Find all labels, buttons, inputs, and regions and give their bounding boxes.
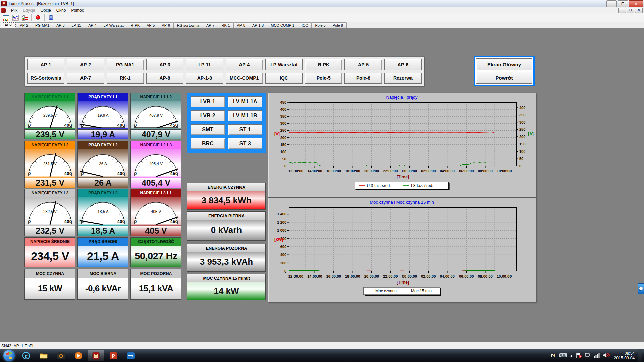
tab-mcc-comp-1[interactable]: MCC-COMP 1 bbox=[267, 22, 298, 28]
tab-pole-8[interactable]: Pole 8 bbox=[329, 22, 347, 28]
corner-button-ekran-główny[interactable]: Ekran Główny bbox=[476, 58, 532, 70]
lumel-proces-icon[interactable] bbox=[88, 350, 104, 361]
svg-text:1 400: 1 400 bbox=[277, 212, 286, 216]
nav-button-ap-8[interactable]: AP-8 bbox=[146, 73, 183, 84]
gauge-body: 231,5 V 0 400 bbox=[25, 149, 75, 178]
taskbar-apps: eOP bbox=[17, 350, 140, 361]
svg-text:[V]: [V] bbox=[274, 132, 280, 136]
tab-r-pk[interactable]: R-PK bbox=[127, 22, 143, 28]
svg-text:0: 0 bbox=[284, 164, 286, 168]
tab-ap-1-8[interactable]: AP-1-8 bbox=[249, 22, 267, 28]
tab-pg-ma1[interactable]: PG-MA1 bbox=[32, 22, 53, 28]
volume-muted-icon[interactable] bbox=[603, 353, 610, 359]
nav-button-pole-8[interactable]: Pole-8 bbox=[344, 73, 382, 84]
nav-button-ap-6[interactable]: AP-6 bbox=[384, 59, 422, 70]
outlook-icon[interactable]: O bbox=[53, 350, 69, 361]
menu-plik[interactable]: Plik bbox=[8, 8, 20, 13]
tab-iqc[interactable]: IQC bbox=[298, 22, 312, 28]
synoptic-screen-icon[interactable] bbox=[47, 14, 55, 21]
maximize-button[interactable]: ❐ bbox=[618, 0, 628, 7]
nav-button-lp-11[interactable]: LP-11 bbox=[186, 59, 223, 70]
mdi-close-button[interactable]: ✕ bbox=[635, 8, 643, 13]
nav-button-pole-5[interactable]: Pole-5 bbox=[305, 73, 342, 84]
selector-button-lv-m1-1a[interactable]: LV-M1-1A bbox=[228, 96, 263, 107]
minimize-button[interactable]: — bbox=[606, 0, 617, 7]
svg-text:12:00:00: 12:00:00 bbox=[288, 169, 303, 173]
nav-button-ap-7[interactable]: AP-7 bbox=[67, 73, 104, 84]
tab-pole-5[interactable]: Pole 5 bbox=[311, 22, 329, 28]
tab-lp-warsztat[interactable]: LP-Warsztat bbox=[100, 22, 127, 28]
svg-text:0: 0 bbox=[28, 219, 31, 224]
nav-button-pg-ma1[interactable]: PG-MA1 bbox=[107, 59, 144, 70]
menu-opcje[interactable]: Opcje bbox=[38, 8, 53, 13]
nav-button-ap-1[interactable]: AP-1 bbox=[27, 59, 64, 70]
tab-ap-3[interactable]: AP-3 bbox=[53, 22, 68, 28]
selector-button-lvb-2[interactable]: LVB-2 bbox=[191, 110, 225, 121]
tab-ap-4[interactable]: AP-4 bbox=[85, 22, 100, 28]
explorer-folder-icon[interactable] bbox=[35, 350, 52, 361]
nav-button-ap-4[interactable]: AP-4 bbox=[226, 59, 263, 70]
menu-okno[interactable]: Okno bbox=[54, 8, 69, 13]
tab-ap-7[interactable]: AP-7 bbox=[203, 22, 218, 28]
show-desktop-button[interactable] bbox=[638, 349, 642, 362]
gauge-dial: 231,5 V 0 400 bbox=[25, 149, 75, 178]
nav-button-ap-5[interactable]: AP-5 bbox=[344, 59, 382, 70]
trend-chart-icon[interactable] bbox=[11, 14, 19, 21]
tab-ap-6[interactable]: AP-6 bbox=[158, 22, 173, 28]
docked-chat-icon[interactable]: 💬 bbox=[638, 283, 644, 294]
menu-pomoc[interactable]: Pomoc bbox=[68, 8, 86, 13]
title-bar: Lumel Proces - [Rozdzielnia_LVB_1] — ❐ ✕ bbox=[0, 0, 644, 8]
tray-expand-arrow-icon[interactable]: ▲ bbox=[570, 354, 573, 357]
svg-text:400: 400 bbox=[117, 171, 125, 176]
svg-text:20:00:00: 20:00:00 bbox=[364, 274, 379, 278]
selector-button-smt[interactable]: SMT bbox=[191, 124, 225, 135]
nav-button-iqc[interactable]: IQC bbox=[265, 73, 303, 84]
nav-button-rezerwa[interactable]: Rezerwa bbox=[384, 73, 422, 84]
mdi-restore-button[interactable]: ❐ bbox=[627, 8, 634, 13]
nav-button-rk-1[interactable]: RK-1 bbox=[107, 73, 144, 84]
nav-button-ap-1-8[interactable]: AP-1-8 bbox=[186, 73, 223, 84]
tab-ap-2[interactable]: AP-2 bbox=[16, 22, 32, 28]
nav-button-r-pk[interactable]: R-PK bbox=[305, 59, 342, 70]
selector-button-brc[interactable]: BRC bbox=[191, 138, 225, 149]
media-player-icon[interactable] bbox=[70, 350, 87, 361]
mdi-minimize-button[interactable]: — bbox=[618, 8, 626, 13]
tab-ap-1[interactable]: AP-1 bbox=[1, 22, 16, 28]
tab-ap-8[interactable]: AP-8 bbox=[233, 22, 249, 28]
tab-lp-11[interactable]: LP-11 bbox=[68, 22, 85, 28]
selector-button-lv-m1-1b[interactable]: LV-M1-1B bbox=[228, 110, 263, 121]
meter-panel-icon[interactable] bbox=[21, 14, 29, 21]
svg-text:0: 0 bbox=[284, 269, 286, 273]
tab-rs-sortownia[interactable]: RS-sortownia bbox=[173, 22, 203, 28]
alarm-bulb-icon[interactable] bbox=[34, 14, 42, 21]
svg-text:[Time]: [Time] bbox=[397, 280, 409, 285]
ie-browser-icon[interactable]: e bbox=[18, 350, 35, 361]
nav-button-ap-2[interactable]: AP-2 bbox=[67, 59, 104, 70]
close-button[interactable]: ✕ bbox=[629, 0, 643, 7]
nav-button-mcc-comp1[interactable]: MCC-COMP1 bbox=[226, 73, 263, 84]
selector-button-st-3[interactable]: ST-3 bbox=[228, 138, 263, 149]
nav-button-lp-warsztat[interactable]: LP-Warsztat bbox=[265, 59, 303, 70]
svg-text:Moc 15 min: Moc 15 min bbox=[411, 289, 432, 293]
selector-button-st-1[interactable]: ST-1 bbox=[228, 124, 263, 135]
keyboard-icon[interactable] bbox=[559, 353, 567, 359]
start-button[interactable] bbox=[3, 350, 15, 361]
gauge-napięcie-fazy-l3: NAPIĘCIE FAZY L3 232,5 V 0 400 232,5 V bbox=[24, 189, 75, 236]
power-plug-icon[interactable] bbox=[585, 353, 591, 359]
nav-button-rs-sortownia[interactable]: RS-Sortownia bbox=[27, 73, 64, 84]
clock[interactable]: 08:54 2015-09-04 bbox=[614, 351, 635, 360]
tab-rk-1[interactable]: RK-1 bbox=[218, 22, 233, 28]
gauge-body: 405 V 0 450 bbox=[131, 197, 181, 226]
app-icon bbox=[1, 1, 7, 6]
language-indicator[interactable]: PL bbox=[551, 353, 556, 358]
nav-button-ap-3[interactable]: AP-3 bbox=[146, 59, 183, 70]
action-center-flag-icon[interactable] bbox=[576, 353, 582, 359]
tab-ap-5[interactable]: AP-5 bbox=[143, 22, 158, 28]
teamviewer-icon[interactable] bbox=[122, 350, 139, 361]
table-view-icon[interactable] bbox=[2, 14, 10, 21]
powerpoint-icon[interactable]: P bbox=[105, 350, 122, 361]
selector-button-lvb-1[interactable]: LVB-1 bbox=[191, 96, 225, 107]
screen-nav-grid: AP-1AP-2PG-MA1AP-3LP-11AP-4LP-WarsztatR-… bbox=[25, 57, 424, 86]
network-signal-icon[interactable] bbox=[594, 353, 600, 359]
corner-button-powrót[interactable]: Powrót bbox=[476, 72, 532, 84]
